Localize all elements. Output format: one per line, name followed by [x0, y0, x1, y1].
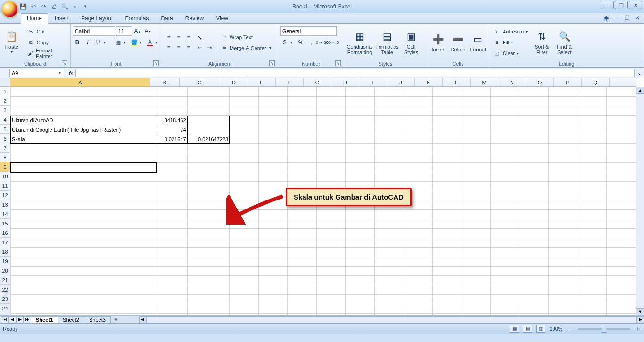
cell-E1[interactable]: [258, 87, 288, 97]
undo-icon[interactable]: ↶: [29, 2, 38, 11]
cell-Q18[interactable]: [607, 248, 636, 257]
page-break-view-button[interactable]: ▥: [536, 325, 545, 333]
cell-N11[interactable]: [520, 182, 549, 191]
cell-Q7[interactable]: [607, 144, 636, 153]
cell-M24[interactable]: [491, 304, 520, 314]
cell-C4[interactable]: [187, 116, 230, 125]
cell-M14[interactable]: [491, 210, 520, 219]
cell-D20[interactable]: [230, 267, 259, 276]
cell-E21[interactable]: [258, 276, 288, 285]
cell-I9[interactable]: [374, 163, 404, 172]
cell-P17[interactable]: [578, 238, 607, 248]
cell-G21[interactable]: [316, 276, 346, 285]
qat-more-icon[interactable]: ▼: [81, 2, 90, 11]
insert-cells-button[interactable]: ➕Insert: [429, 25, 447, 59]
formula-input[interactable]: [75, 69, 635, 77]
cell-P24[interactable]: [578, 304, 607, 314]
save-icon[interactable]: 💾: [19, 2, 27, 11]
cell-O23[interactable]: [549, 295, 578, 304]
cell-N24[interactable]: [520, 304, 549, 314]
align-center-button[interactable]: ≡: [174, 43, 183, 52]
cell-N6[interactable]: [520, 134, 549, 144]
scroll-up-button[interactable]: ▲: [636, 87, 644, 94]
cell-H4[interactable]: [346, 116, 375, 125]
cell-L16[interactable]: [462, 229, 491, 238]
cell-F7[interactable]: [288, 144, 317, 153]
cell-C23[interactable]: [187, 295, 230, 304]
print-icon[interactable]: 🖨: [50, 2, 58, 11]
cell-F16[interactable]: [288, 229, 317, 238]
cell-E24[interactable]: [258, 304, 288, 314]
cell-O4[interactable]: [549, 116, 578, 125]
cell-M17[interactable]: [491, 238, 520, 248]
last-sheet-button[interactable]: ⏭: [24, 316, 31, 323]
cell-L9[interactable]: [462, 163, 491, 172]
horizontal-scrollbar[interactable]: ◀ ▶: [139, 316, 644, 323]
cell-H8[interactable]: [346, 153, 375, 163]
font-size-input[interactable]: [116, 26, 132, 36]
shrink-font-button[interactable]: A▼: [143, 26, 153, 36]
cell-L21[interactable]: [462, 276, 491, 285]
cell-G10[interactable]: [316, 172, 346, 182]
cell-G17[interactable]: [316, 238, 346, 248]
cell-B22[interactable]: [157, 285, 187, 295]
cell-D6[interactable]: [230, 134, 259, 144]
cell-B5[interactable]: 74: [157, 125, 187, 134]
column-header-N[interactable]: N: [498, 78, 526, 86]
cell-O11[interactable]: [549, 182, 578, 191]
cell-P19[interactable]: [578, 257, 607, 267]
cell-F19[interactable]: [288, 257, 317, 267]
cell-P3[interactable]: [578, 106, 607, 116]
cell-A22[interactable]: [11, 285, 157, 295]
cell-G2[interactable]: [316, 97, 346, 106]
cell-K5[interactable]: [433, 125, 462, 134]
cell-C7[interactable]: [187, 144, 230, 153]
cell-P10[interactable]: [578, 172, 607, 182]
cell-O19[interactable]: [549, 257, 578, 267]
select-all-corner[interactable]: [0, 78, 10, 87]
cell-F24[interactable]: [288, 304, 317, 314]
row-header-6[interactable]: 6: [0, 134, 10, 143]
cell-F15[interactable]: [288, 219, 317, 229]
cell-I8[interactable]: [374, 153, 404, 163]
cell-C21[interactable]: [187, 276, 230, 285]
cell-M1[interactable]: [491, 87, 520, 97]
row-header-19[interactable]: 19: [0, 257, 10, 266]
cell-I10[interactable]: [374, 172, 404, 182]
cell-J6[interactable]: [404, 134, 433, 144]
cell-Q2[interactable]: [607, 97, 636, 106]
column-header-B[interactable]: B: [150, 78, 180, 86]
cell-N19[interactable]: [520, 257, 549, 267]
cell-I6[interactable]: [374, 134, 404, 144]
cell-H15[interactable]: [346, 219, 375, 229]
cell-A4[interactable]: Ukuran di AutoAD: [11, 116, 157, 125]
cell-H22[interactable]: [346, 285, 375, 295]
cell-E16[interactable]: [258, 229, 288, 238]
cell-K18[interactable]: [433, 248, 462, 257]
cell-E4[interactable]: [258, 116, 288, 125]
cell-K19[interactable]: [433, 257, 462, 267]
cell-F8[interactable]: [288, 153, 317, 163]
cell-E10[interactable]: [258, 172, 288, 182]
column-header-P[interactable]: P: [554, 78, 582, 86]
cell-C6[interactable]: 0.021647223: [187, 134, 230, 144]
wrap-text-button[interactable]: ↩Wrap Text: [218, 32, 273, 42]
cell-C17[interactable]: [187, 238, 230, 248]
cell-Q24[interactable]: [607, 304, 636, 314]
sheet-tab-1[interactable]: Sheet1: [31, 316, 58, 323]
maximize-button[interactable]: ❐: [615, 1, 628, 9]
cell-C9[interactable]: [187, 163, 230, 172]
cell-B14[interactable]: [157, 210, 187, 219]
cell-L3[interactable]: [462, 106, 491, 116]
row-header-18[interactable]: 18: [0, 247, 10, 257]
cell-D18[interactable]: [230, 248, 259, 257]
cell-L14[interactable]: [462, 210, 491, 219]
cell-A2[interactable]: [11, 97, 157, 106]
cell-Q17[interactable]: [607, 238, 636, 248]
cell-M20[interactable]: [491, 267, 520, 276]
cell-B11[interactable]: [157, 182, 187, 191]
cell-D1[interactable]: [230, 87, 259, 97]
cell-N2[interactable]: [520, 97, 549, 106]
close-button[interactable]: ✕: [629, 1, 642, 9]
cell-M13[interactable]: [491, 200, 520, 210]
